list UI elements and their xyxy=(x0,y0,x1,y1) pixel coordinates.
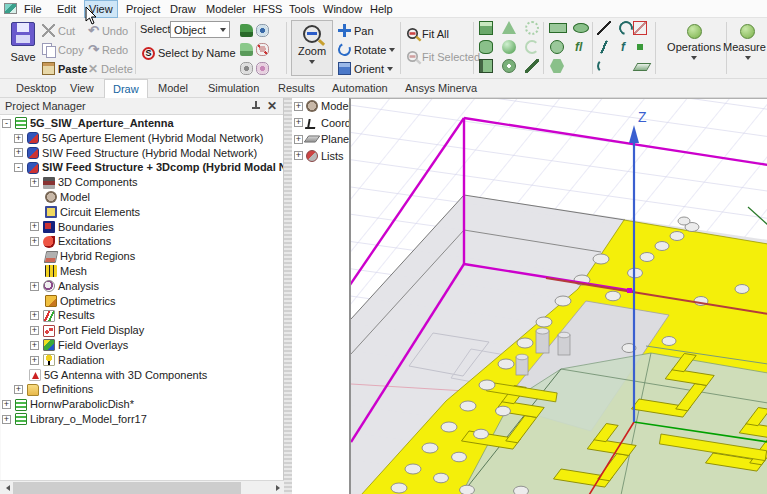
tab-model[interactable]: Model xyxy=(150,79,196,98)
menu-draw[interactable]: Draw xyxy=(166,1,200,17)
tree-item-mesh[interactable]: Mesh xyxy=(0,264,283,279)
model-tree-item-lists[interactable]: +Lists xyxy=(292,148,349,165)
menu-window[interactable]: Window xyxy=(319,1,366,17)
save-button[interactable]: Save xyxy=(6,22,40,66)
scroll-right-button[interactable] xyxy=(271,482,284,494)
helix-icon[interactable] xyxy=(525,21,539,35)
rectangle-icon[interactable] xyxy=(549,23,567,33)
fit-selected-button[interactable]: Fit Selected xyxy=(406,47,480,66)
tab-results[interactable]: Results xyxy=(270,79,323,98)
modeler-3d-viewport[interactable]: Z xyxy=(350,98,767,494)
rotate-button[interactable]: Rotate xyxy=(338,40,395,59)
menu-edit[interactable]: Edit xyxy=(53,1,80,17)
hexagon-icon[interactable] xyxy=(550,59,564,73)
cylinder-icon[interactable] xyxy=(479,40,493,54)
tree-item-optimetrics[interactable]: Optimetrics xyxy=(0,294,283,309)
menu-file[interactable]: File xyxy=(20,1,46,17)
delete-button[interactable]: ✕Delete xyxy=(88,59,133,78)
sphere-icon[interactable] xyxy=(502,40,516,54)
tree-item-definitions[interactable]: +Definitions xyxy=(0,382,283,397)
model-tree-item-planes[interactable]: +Planes xyxy=(292,131,349,148)
tree-item-results[interactable]: +Results xyxy=(0,308,283,323)
tree-item-excitations[interactable]: +Excitations xyxy=(0,234,283,249)
tree-item-hybrid-regions[interactable]: Hybrid Regions xyxy=(0,249,283,264)
line-icon[interactable] xyxy=(597,21,611,35)
show-selection-icon[interactable] xyxy=(240,43,253,56)
equation-curve-icon[interactable]: f xyxy=(621,40,625,54)
spline-icon[interactable] xyxy=(597,40,611,54)
visibility-icon[interactable] xyxy=(256,24,269,37)
subtract-box-icon[interactable] xyxy=(633,21,647,35)
tree-item-3d-components[interactable]: +3D Components xyxy=(0,175,283,190)
excitations-icon xyxy=(43,236,55,248)
show-hidden-icon[interactable] xyxy=(240,62,253,75)
tree-item-project[interactable]: -5G_SIW_Aperture_Antenna xyxy=(0,116,283,131)
panel-splitter[interactable] xyxy=(284,98,292,494)
facets-icon[interactable]: fl xyxy=(575,40,582,54)
zoom-button[interactable]: Zoom xyxy=(291,20,333,76)
spiral-icon[interactable] xyxy=(525,40,539,54)
tree-item-design[interactable]: +SIW Feed Structure (Hybrid Modal Networ… xyxy=(0,146,283,161)
redo-button[interactable]: ↷Redo xyxy=(88,40,133,59)
tree-item-field-overlays[interactable]: +Field Overlays xyxy=(0,338,283,353)
select-type-value: Object xyxy=(174,24,206,36)
tree-item-design[interactable]: +5G Aperture Element (Hybrid Modal Netwo… xyxy=(0,131,283,146)
tree-item-radiation[interactable]: +Radiation xyxy=(0,353,283,368)
menu-project[interactable]: Project xyxy=(122,1,164,17)
paste-button[interactable]: Paste xyxy=(42,59,87,78)
bondwire-icon[interactable] xyxy=(525,59,539,73)
menu-help[interactable]: Help xyxy=(366,1,397,17)
pan-button[interactable]: Pan xyxy=(338,21,395,40)
tree-item-circuit-elements[interactable]: Circuit Elements xyxy=(0,205,283,220)
pin-icon[interactable] xyxy=(251,101,261,112)
scroll-left-button[interactable] xyxy=(0,482,13,494)
point-icon[interactable] xyxy=(633,40,647,54)
hide-all-icon[interactable] xyxy=(256,62,269,75)
model-tree-item-model[interactable]: +Model xyxy=(292,98,349,115)
hybrid-regions-icon xyxy=(44,251,59,263)
hide-selection-icon[interactable] xyxy=(256,43,269,56)
tree-item-design-active[interactable]: -SIW Feed Structure + 3Dcomp (Hybrid Mod… xyxy=(0,160,283,175)
torus-icon[interactable] xyxy=(502,59,516,73)
scrollbar-thumb[interactable] xyxy=(13,482,241,494)
clipboard-group: Cut Copy Paste xyxy=(42,21,87,78)
tree-item-boundaries[interactable]: +Boundaries xyxy=(0,220,283,235)
project-icon xyxy=(15,413,27,425)
tab-automation[interactable]: Automation xyxy=(324,79,396,98)
tab-view[interactable]: View xyxy=(62,79,102,98)
show-all-icon[interactable] xyxy=(240,24,253,37)
tree-item-port-field-display[interactable]: +Port Field Display xyxy=(0,323,283,338)
project-tree: -5G_SIW_Aperture_Antenna +5G Aperture El… xyxy=(0,116,283,480)
prism-icon[interactable] xyxy=(479,59,493,73)
tab-simulation[interactable]: Simulation xyxy=(200,79,267,98)
select-type-dropdown[interactable]: Object xyxy=(170,21,230,38)
ellipse-icon[interactable] xyxy=(573,23,589,33)
tree-item-project2[interactable]: +HornwParabolicDish* xyxy=(0,397,283,412)
arc-segment-icon[interactable] xyxy=(597,59,611,73)
menu-hfss[interactable]: HFSS xyxy=(249,1,286,17)
measure-button[interactable]: Measure xyxy=(728,24,767,65)
close-icon[interactable]: ✕ xyxy=(266,99,278,113)
model-tree-item-coord[interactable]: +Coord xyxy=(292,115,349,132)
copy-button[interactable]: Copy xyxy=(42,40,87,59)
menu-modeler[interactable]: Modeler xyxy=(202,1,250,17)
fit-all-button[interactable]: Fit All xyxy=(406,24,480,43)
tree-item-model[interactable]: Model xyxy=(0,190,283,205)
plane-icon[interactable] xyxy=(633,63,652,71)
operations-button[interactable]: Operations xyxy=(664,24,724,65)
horizontal-scrollbar[interactable] xyxy=(0,480,284,494)
delete-icon: ✕ xyxy=(88,62,98,75)
menu-tools[interactable]: Tools xyxy=(285,1,319,17)
circle-icon[interactable] xyxy=(550,40,564,54)
tree-item-project3[interactable]: +Library_o_Model_forr17 xyxy=(0,412,283,427)
cone-icon[interactable] xyxy=(502,21,516,34)
select-by-name-button[interactable]: S Select by Name xyxy=(142,44,236,62)
tab-ansys-minerva[interactable]: Ansys Minerva xyxy=(397,79,485,98)
tab-draw[interactable]: Draw xyxy=(104,79,148,98)
orient-button[interactable]: Orient xyxy=(338,59,395,78)
tab-desktop[interactable]: Desktop xyxy=(8,79,64,98)
tree-item-analysis[interactable]: +Analysis xyxy=(0,279,283,294)
cut-button[interactable]: Cut xyxy=(42,21,87,40)
box-icon[interactable] xyxy=(479,21,493,35)
tree-item-5g-antenna[interactable]: 5G Antenna with 3D Components xyxy=(0,368,283,383)
